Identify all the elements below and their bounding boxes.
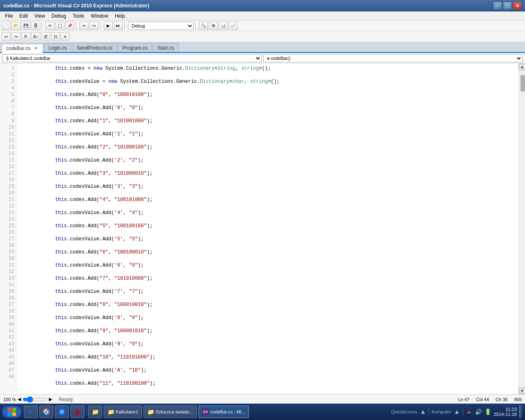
- minimize-button[interactable]: ─: [493, 2, 502, 10]
- scroll-down-button[interactable]: ▼: [519, 388, 525, 394]
- show-desktop-btn[interactable]: [519, 406, 522, 418]
- system-clock[interactable]: 11:23 2014-11-18: [494, 407, 517, 417]
- taskbar-outlook[interactable]: ✉: [24, 406, 38, 418]
- vertical-scrollbar[interactable]: ▲ ▼: [518, 64, 525, 394]
- toolbar2-btn3[interactable]: ⇱: [21, 32, 30, 41]
- toolbar-undo[interactable]: ↩: [80, 22, 89, 30]
- status-info: Ln 47 Col 44 Ch 35 INS: [458, 397, 522, 402]
- taskbar-opera-o[interactable]: O: [55, 406, 69, 418]
- taskbar-right: QuickAccess ▲ Komputer ▲ 🔺 🔊 🔋 11:23 201…: [391, 406, 523, 418]
- kalkulator-label: Kalkulator1: [116, 409, 138, 414]
- vs-label: codeBar.cs - Mi...: [210, 409, 245, 414]
- menu-help[interactable]: Help: [112, 12, 128, 20]
- menu-view[interactable]: View: [31, 12, 48, 20]
- quick-access-label: QuickAccess: [391, 409, 418, 414]
- sztuczna-icon: 📁: [147, 409, 154, 415]
- toolbar-sep3: [100, 22, 102, 30]
- toolbar-extra1[interactable]: 🔍: [199, 22, 208, 30]
- toolbar-paste[interactable]: 📌: [65, 22, 74, 30]
- menu-debug[interactable]: Debug: [48, 12, 69, 20]
- toolbar-start[interactable]: ▶: [104, 22, 113, 30]
- status-bar: 100 % ◀ ▶ Ready Ln 47 Col 44 Ch 35 INS: [0, 394, 525, 404]
- toolbar-step[interactable]: ⏭: [114, 22, 123, 30]
- toolbar-sep4: [124, 22, 126, 30]
- toolbar-redo[interactable]: ↪: [89, 22, 98, 30]
- status-ln: Ln 47: [458, 397, 470, 402]
- line-numbers: 12345 678910 1112131415 1617181920 21222…: [0, 64, 16, 394]
- taskbar-vs[interactable]: C# codeBar.cs - Mi...: [199, 406, 249, 418]
- toolbar-sep2: [76, 22, 78, 30]
- scroll-up-button[interactable]: ▲: [519, 64, 525, 70]
- zoom-controls: 100 % ◀ ▶: [3, 396, 52, 403]
- tab-codebar[interactable]: codeBar.cs ✕: [2, 44, 43, 53]
- toolbar-extra4[interactable]: 📈: [228, 22, 237, 30]
- zoom-level: 100 %: [3, 397, 16, 402]
- tabs-bar: codeBar.cs ✕ Login.cs SendProtocol.cs Pr…: [0, 42, 525, 53]
- speaker-icon: 🔊: [475, 409, 482, 415]
- toolbar-main: 📄 📂 💾 🗄 ✂ 📋 📌 ↩ ↪ ▶ ⏭ Debug 🔍 ⚙ 📊 📈: [0, 21, 525, 31]
- toolbar2-btn4[interactable]: A↑: [31, 32, 40, 41]
- clock-date: 2014-11-18: [494, 412, 517, 417]
- tab-codebar-close[interactable]: ✕: [33, 46, 39, 51]
- opera-icon: ◉: [74, 409, 81, 415]
- toolbar-cut[interactable]: ✂: [46, 22, 55, 30]
- taskbar-sep1: [86, 408, 87, 416]
- toolbar-saveall[interactable]: 🗄: [31, 22, 40, 30]
- code-editor[interactable]: this.codes = new System.Collections.Gene…: [16, 64, 518, 394]
- status-ch: Ch 35: [495, 397, 507, 402]
- toolbar-area: 📄 📂 💾 🗄 ✂ 📋 📌 ↩ ↪ ▶ ⏭ Debug 🔍 ⚙ 📊 📈 ↩ ↪ …: [0, 21, 525, 42]
- svg-point-6: [45, 411, 48, 413]
- taskbar-chrome[interactable]: [39, 406, 53, 418]
- method-selector[interactable]: ♦ codeBar(): [263, 54, 523, 62]
- tab-login[interactable]: Login.cs: [44, 43, 71, 52]
- toolbar2-btn6[interactable]: ☷: [51, 32, 60, 41]
- opera-o-icon: O: [59, 409, 65, 415]
- toolbar2-btn1[interactable]: ↩: [2, 32, 11, 41]
- folder-icon: 📁: [92, 409, 98, 415]
- taskbar-sep2: [429, 408, 429, 416]
- tab-codebar-label: codeBar.cs: [6, 46, 30, 51]
- toolbar-config-dropdown[interactable]: Debug: [128, 22, 194, 30]
- komputer-arrow[interactable]: ▲: [454, 408, 460, 415]
- toolbar-new[interactable]: 📄: [2, 22, 11, 30]
- taskbar-kalkulator[interactable]: 📁 Kalkulator1: [104, 406, 142, 418]
- menu-window[interactable]: Window: [87, 12, 112, 20]
- close-button[interactable]: ✕: [513, 2, 522, 10]
- zoom-slider-left[interactable]: ◀: [18, 397, 21, 402]
- status-ins: INS: [514, 397, 522, 402]
- zoom-slider[interactable]: [23, 396, 47, 403]
- svg-rect-1: [12, 408, 16, 411]
- nav-bar: § Kalkulator1.codeBar ♦ codeBar(): [0, 53, 525, 64]
- toolbar-sep1: [42, 22, 44, 30]
- toolbar-extra3[interactable]: 📊: [219, 22, 228, 30]
- toolbar-save[interactable]: 💾: [21, 22, 30, 30]
- tab-start[interactable]: Start.cs: [153, 43, 179, 52]
- status-ready: Ready: [59, 397, 73, 402]
- toolbar2-btn7[interactable]: ≡: [61, 32, 70, 41]
- toolbar2-btn5[interactable]: ☰: [41, 32, 50, 41]
- taskbar-opera[interactable]: ◉: [71, 406, 84, 418]
- kalkulator-icon: 📁: [107, 409, 114, 415]
- menu-file[interactable]: File: [2, 12, 16, 20]
- taskbar-folder[interactable]: 📁: [88, 406, 102, 418]
- toolbar-open[interactable]: 📂: [11, 22, 21, 30]
- quick-access-arrow[interactable]: ▲: [420, 408, 426, 415]
- clock-time: 11:23: [494, 407, 517, 412]
- zoom-slider-right[interactable]: ▶: [49, 397, 52, 402]
- toolbar2-btn2[interactable]: ↪: [11, 32, 21, 41]
- toolbar-sep5: [195, 22, 197, 30]
- toolbar-copy[interactable]: 📋: [55, 22, 64, 30]
- tab-login-label: Login.cs: [48, 45, 67, 51]
- toolbar-extra2[interactable]: ⚙: [209, 22, 218, 30]
- tab-program-label: Program.cs: [122, 45, 147, 51]
- tab-sendprotocol[interactable]: SendProtocol.cs: [72, 43, 117, 52]
- maximize-button[interactable]: □: [503, 2, 512, 10]
- menu-tools[interactable]: Tools: [69, 12, 87, 20]
- start-button[interactable]: [2, 405, 22, 418]
- tab-program[interactable]: Program.cs: [118, 43, 152, 52]
- class-selector[interactable]: § Kalkulator1.codeBar: [2, 54, 262, 62]
- menu-edit[interactable]: Edit: [16, 12, 31, 20]
- sztuczna-label: Sztuczna świado...: [155, 409, 193, 414]
- taskbar-sztuczna[interactable]: 📁 Sztuczna świado...: [144, 406, 197, 418]
- outlook-icon: ✉: [27, 409, 34, 415]
